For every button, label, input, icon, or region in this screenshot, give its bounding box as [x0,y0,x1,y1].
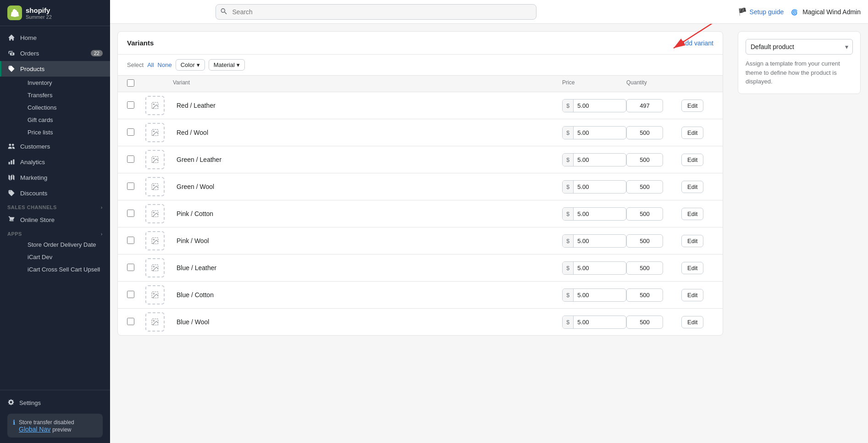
price-input-red-leather[interactable] [574,100,610,112]
qty-input-blue-wool[interactable] [626,316,663,329]
variant-qty-cell-green-wool [626,180,681,194]
sidebar-item-price-lists[interactable]: Price lists [20,126,110,138]
table-row: Green / Leather $ Edit [118,146,723,173]
sidebar-header: shopify Summer 22 [0,0,110,26]
sidebar-item-settings[interactable]: Settings [7,396,103,410]
qty-input-green-leather[interactable] [626,153,663,166]
apps-expand-icon[interactable]: › [101,231,103,237]
edit-button-green-leather[interactable]: Edit [681,154,703,166]
right-panel: Default product ▾ Assign a template from… [730,24,868,443]
material-filter-button[interactable]: Material ▾ [209,59,245,71]
sales-channels-label: Sales channels › [0,201,110,212]
qty-input-red-wool[interactable] [626,126,663,139]
setup-guide-btn[interactable]: 🏴 Setup guide [738,7,784,16]
add-variant-button[interactable]: Add variant [681,39,713,47]
row-checkbox-blue-leather[interactable] [127,264,134,271]
edit-button-blue-wool[interactable]: Edit [681,316,703,328]
edit-button-red-leather[interactable]: Edit [681,100,703,112]
sidebar-item-analytics[interactable]: Analytics [0,154,110,170]
edit-button-red-wool[interactable]: Edit [681,127,703,139]
row-image-cell [145,312,173,332]
color-filter-button[interactable]: Color ▾ [176,59,205,71]
orders-icon [7,49,16,57]
all-filter-link[interactable]: All [147,61,154,68]
sidebar-item-icart-cross-sell[interactable]: iCart Cross Sell Cart Upsell [20,263,110,276]
price-input-blue-cotton[interactable] [574,289,610,301]
variant-image-red-wool[interactable] [145,123,165,142]
row-checkbox-blue-wool[interactable] [127,318,134,325]
row-checkbox-green-wool[interactable] [127,183,134,190]
sidebar-item-icart-dev[interactable]: iCart Dev [20,251,110,263]
svg-point-13 [153,266,154,267]
qty-input-green-wool[interactable] [626,180,663,194]
sidebar: shopify Summer 22 Home Orders 22 Product… [0,0,110,443]
sidebar-item-home[interactable]: Home [0,30,110,45]
settings-icon [7,399,15,407]
products-submenu: Inventory Transfers Collections Gift car… [0,77,110,138]
price-prefix-blue-cotton: $ [563,289,574,301]
online-store-icon [7,216,16,224]
sidebar-item-products[interactable]: Products [0,61,110,77]
qty-input-red-leather[interactable] [626,99,663,112]
edit-button-blue-cotton[interactable]: Edit [681,289,703,301]
variant-image-blue-leather[interactable] [145,258,165,277]
edit-button-pink-cotton[interactable]: Edit [681,208,703,220]
row-checkbox-red-leather[interactable] [127,101,134,109]
products-icon [7,65,16,73]
sidebar-item-store-order-delivery[interactable]: Store Order Delivery Date [20,238,110,251]
edit-button-green-wool[interactable]: Edit [681,181,703,193]
row-checkbox-pink-wool[interactable] [127,237,134,244]
sidebar-item-customers[interactable]: Customers [0,138,110,154]
global-nav-link[interactable]: Global Nav [19,426,50,433]
row-image-cell [145,204,173,223]
variant-qty-cell-green-leather [626,153,681,166]
price-input-green-leather[interactable] [574,154,610,166]
template-select[interactable]: Default product [746,39,853,55]
price-input-pink-wool[interactable] [574,235,610,247]
none-filter-link[interactable]: None [158,61,172,68]
table-row: Red / Leather $ Edit [118,92,723,119]
row-checkbox-pink-cotton[interactable] [127,210,134,217]
sidebar-item-online-store[interactable]: Online Store [0,212,110,227]
sidebar-item-marketing[interactable]: Marketing [0,170,110,185]
price-input-pink-cotton[interactable] [574,208,610,220]
sidebar-item-inventory[interactable]: Inventory [20,77,110,89]
edit-button-blue-leather[interactable]: Edit [681,262,703,274]
brand-info: shopify Summer 22 [26,6,52,20]
sidebar-item-discounts[interactable]: Discounts [0,185,110,201]
variant-image-pink-wool[interactable] [145,231,165,250]
row-checkbox-red-wool[interactable] [127,128,134,136]
edit-button-pink-wool[interactable]: Edit [681,235,703,247]
qty-input-blue-cotton[interactable] [626,288,663,302]
variant-image-green-wool[interactable] [145,177,165,196]
search-input[interactable] [216,4,536,20]
sales-channels-expand-icon[interactable]: › [101,205,103,210]
price-input-blue-leather[interactable] [574,262,610,274]
row-checkbox-blue-cotton[interactable] [127,291,134,298]
sidebar-item-discounts-label: Discounts [20,190,47,197]
svg-point-5 [153,158,154,159]
variants-table-header: Variant Price Quantity [118,76,723,92]
qty-input-pink-wool[interactable] [626,234,663,248]
variant-edit-cell-pink-cotton: Edit [681,208,713,220]
variant-image-blue-cotton[interactable] [145,285,165,305]
price-input-blue-wool[interactable] [574,316,610,328]
sidebar-item-transfers[interactable]: Transfers [20,89,110,101]
variant-price-cell-blue-leather: $ [562,261,626,275]
sidebar-item-orders[interactable]: Orders 22 [0,45,110,61]
marketing-icon [7,173,16,182]
variant-image-blue-wool[interactable] [145,312,165,332]
sidebar-item-collections[interactable]: Collections [20,101,110,114]
price-input-wrap-red-leather: $ [562,99,626,112]
select-all-checkbox[interactable] [127,79,134,87]
row-checkbox-green-leather[interactable] [127,155,134,163]
variant-image-green-leather[interactable] [145,150,165,169]
variant-image-pink-cotton[interactable] [145,204,165,223]
color-chevron-icon: ▾ [197,61,200,68]
price-input-red-wool[interactable] [574,127,610,139]
sidebar-item-gift-cards[interactable]: Gift cards [20,114,110,126]
qty-input-pink-cotton[interactable] [626,207,663,221]
qty-input-blue-leather[interactable] [626,261,663,275]
variant-image-red-leather[interactable] [145,96,165,115]
price-input-green-wool[interactable] [574,181,610,193]
